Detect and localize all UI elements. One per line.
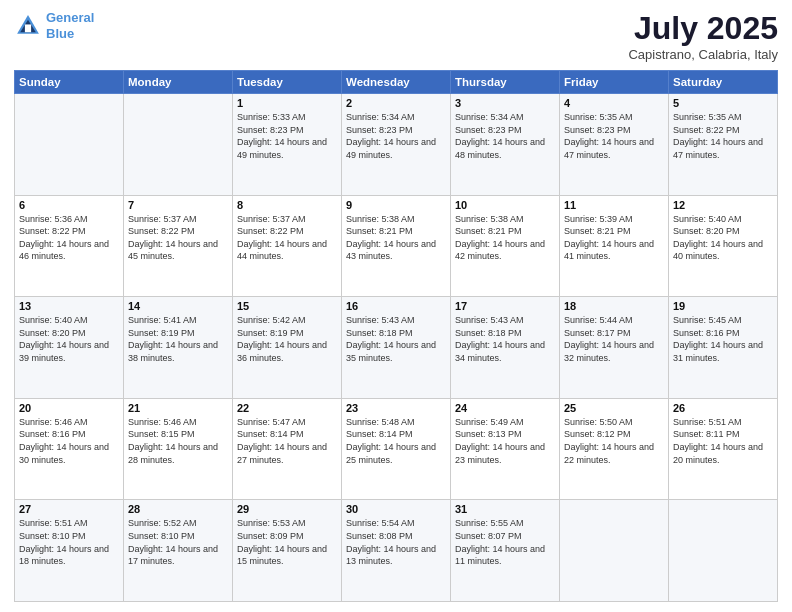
calendar-cell: 27Sunrise: 5:51 AMSunset: 8:10 PMDayligh… bbox=[15, 500, 124, 602]
cell-info: Sunrise: 5:51 AMSunset: 8:11 PMDaylight:… bbox=[673, 416, 773, 466]
cell-info: Sunrise: 5:39 AMSunset: 8:21 PMDaylight:… bbox=[564, 213, 664, 263]
cell-info: Sunrise: 5:55 AMSunset: 8:07 PMDaylight:… bbox=[455, 517, 555, 567]
calendar-cell: 21Sunrise: 5:46 AMSunset: 8:15 PMDayligh… bbox=[124, 398, 233, 500]
cell-info: Sunrise: 5:33 AMSunset: 8:23 PMDaylight:… bbox=[237, 111, 337, 161]
cell-info: Sunrise: 5:38 AMSunset: 8:21 PMDaylight:… bbox=[455, 213, 555, 263]
cell-info: Sunrise: 5:35 AMSunset: 8:22 PMDaylight:… bbox=[673, 111, 773, 161]
calendar-cell: 24Sunrise: 5:49 AMSunset: 8:13 PMDayligh… bbox=[451, 398, 560, 500]
cell-info: Sunrise: 5:45 AMSunset: 8:16 PMDaylight:… bbox=[673, 314, 773, 364]
cell-day-number: 21 bbox=[128, 402, 228, 414]
logo-general: General bbox=[46, 10, 94, 25]
cell-info: Sunrise: 5:37 AMSunset: 8:22 PMDaylight:… bbox=[128, 213, 228, 263]
calendar-cell bbox=[669, 500, 778, 602]
cell-info: Sunrise: 5:43 AMSunset: 8:18 PMDaylight:… bbox=[346, 314, 446, 364]
cell-info: Sunrise: 5:53 AMSunset: 8:09 PMDaylight:… bbox=[237, 517, 337, 567]
cell-day-number: 3 bbox=[455, 97, 555, 109]
cell-day-number: 11 bbox=[564, 199, 664, 211]
page: General Blue July 2025 Capistrano, Calab… bbox=[0, 0, 792, 612]
calendar-cell: 28Sunrise: 5:52 AMSunset: 8:10 PMDayligh… bbox=[124, 500, 233, 602]
cell-info: Sunrise: 5:41 AMSunset: 8:19 PMDaylight:… bbox=[128, 314, 228, 364]
cell-info: Sunrise: 5:43 AMSunset: 8:18 PMDaylight:… bbox=[455, 314, 555, 364]
weekday-header-cell: Saturday bbox=[669, 71, 778, 94]
calendar-cell: 3Sunrise: 5:34 AMSunset: 8:23 PMDaylight… bbox=[451, 94, 560, 196]
calendar-week-row: 13Sunrise: 5:40 AMSunset: 8:20 PMDayligh… bbox=[15, 297, 778, 399]
cell-day-number: 8 bbox=[237, 199, 337, 211]
cell-info: Sunrise: 5:37 AMSunset: 8:22 PMDaylight:… bbox=[237, 213, 337, 263]
cell-info: Sunrise: 5:35 AMSunset: 8:23 PMDaylight:… bbox=[564, 111, 664, 161]
cell-day-number: 13 bbox=[19, 300, 119, 312]
cell-info: Sunrise: 5:42 AMSunset: 8:19 PMDaylight:… bbox=[237, 314, 337, 364]
cell-day-number: 25 bbox=[564, 402, 664, 414]
cell-day-number: 9 bbox=[346, 199, 446, 211]
calendar-cell: 17Sunrise: 5:43 AMSunset: 8:18 PMDayligh… bbox=[451, 297, 560, 399]
calendar-cell bbox=[124, 94, 233, 196]
calendar-cell: 16Sunrise: 5:43 AMSunset: 8:18 PMDayligh… bbox=[342, 297, 451, 399]
calendar-cell: 29Sunrise: 5:53 AMSunset: 8:09 PMDayligh… bbox=[233, 500, 342, 602]
calendar-cell: 7Sunrise: 5:37 AMSunset: 8:22 PMDaylight… bbox=[124, 195, 233, 297]
cell-info: Sunrise: 5:49 AMSunset: 8:13 PMDaylight:… bbox=[455, 416, 555, 466]
calendar-cell: 14Sunrise: 5:41 AMSunset: 8:19 PMDayligh… bbox=[124, 297, 233, 399]
svg-rect-2 bbox=[25, 24, 31, 32]
cell-info: Sunrise: 5:47 AMSunset: 8:14 PMDaylight:… bbox=[237, 416, 337, 466]
cell-day-number: 19 bbox=[673, 300, 773, 312]
title-block: July 2025 Capistrano, Calabria, Italy bbox=[628, 10, 778, 62]
cell-info: Sunrise: 5:38 AMSunset: 8:21 PMDaylight:… bbox=[346, 213, 446, 263]
calendar-table: SundayMondayTuesdayWednesdayThursdayFrid… bbox=[14, 70, 778, 602]
calendar-cell bbox=[15, 94, 124, 196]
logo-icon bbox=[14, 12, 42, 40]
cell-info: Sunrise: 5:46 AMSunset: 8:15 PMDaylight:… bbox=[128, 416, 228, 466]
weekday-header-cell: Friday bbox=[560, 71, 669, 94]
cell-day-number: 2 bbox=[346, 97, 446, 109]
cell-info: Sunrise: 5:34 AMSunset: 8:23 PMDaylight:… bbox=[346, 111, 446, 161]
header: General Blue July 2025 Capistrano, Calab… bbox=[14, 10, 778, 62]
cell-day-number: 30 bbox=[346, 503, 446, 515]
cell-info: Sunrise: 5:46 AMSunset: 8:16 PMDaylight:… bbox=[19, 416, 119, 466]
calendar-cell: 8Sunrise: 5:37 AMSunset: 8:22 PMDaylight… bbox=[233, 195, 342, 297]
calendar-cell: 12Sunrise: 5:40 AMSunset: 8:20 PMDayligh… bbox=[669, 195, 778, 297]
cell-info: Sunrise: 5:48 AMSunset: 8:14 PMDaylight:… bbox=[346, 416, 446, 466]
cell-info: Sunrise: 5:34 AMSunset: 8:23 PMDaylight:… bbox=[455, 111, 555, 161]
calendar-cell: 10Sunrise: 5:38 AMSunset: 8:21 PMDayligh… bbox=[451, 195, 560, 297]
cell-info: Sunrise: 5:54 AMSunset: 8:08 PMDaylight:… bbox=[346, 517, 446, 567]
calendar-week-row: 27Sunrise: 5:51 AMSunset: 8:10 PMDayligh… bbox=[15, 500, 778, 602]
cell-info: Sunrise: 5:40 AMSunset: 8:20 PMDaylight:… bbox=[19, 314, 119, 364]
calendar-cell: 23Sunrise: 5:48 AMSunset: 8:14 PMDayligh… bbox=[342, 398, 451, 500]
cell-info: Sunrise: 5:40 AMSunset: 8:20 PMDaylight:… bbox=[673, 213, 773, 263]
calendar-week-row: 20Sunrise: 5:46 AMSunset: 8:16 PMDayligh… bbox=[15, 398, 778, 500]
calendar-cell: 5Sunrise: 5:35 AMSunset: 8:22 PMDaylight… bbox=[669, 94, 778, 196]
cell-day-number: 23 bbox=[346, 402, 446, 414]
cell-info: Sunrise: 5:52 AMSunset: 8:10 PMDaylight:… bbox=[128, 517, 228, 567]
calendar-cell: 25Sunrise: 5:50 AMSunset: 8:12 PMDayligh… bbox=[560, 398, 669, 500]
weekday-header-cell: Sunday bbox=[15, 71, 124, 94]
cell-day-number: 1 bbox=[237, 97, 337, 109]
cell-day-number: 14 bbox=[128, 300, 228, 312]
calendar-cell: 31Sunrise: 5:55 AMSunset: 8:07 PMDayligh… bbox=[451, 500, 560, 602]
cell-day-number: 28 bbox=[128, 503, 228, 515]
cell-day-number: 16 bbox=[346, 300, 446, 312]
cell-day-number: 26 bbox=[673, 402, 773, 414]
calendar-cell: 13Sunrise: 5:40 AMSunset: 8:20 PMDayligh… bbox=[15, 297, 124, 399]
calendar-cell: 1Sunrise: 5:33 AMSunset: 8:23 PMDaylight… bbox=[233, 94, 342, 196]
calendar-cell: 26Sunrise: 5:51 AMSunset: 8:11 PMDayligh… bbox=[669, 398, 778, 500]
calendar-body: 1Sunrise: 5:33 AMSunset: 8:23 PMDaylight… bbox=[15, 94, 778, 602]
cell-day-number: 31 bbox=[455, 503, 555, 515]
weekday-header-cell: Monday bbox=[124, 71, 233, 94]
calendar-cell: 11Sunrise: 5:39 AMSunset: 8:21 PMDayligh… bbox=[560, 195, 669, 297]
logo: General Blue bbox=[14, 10, 94, 41]
cell-day-number: 29 bbox=[237, 503, 337, 515]
calendar-cell: 30Sunrise: 5:54 AMSunset: 8:08 PMDayligh… bbox=[342, 500, 451, 602]
cell-day-number: 15 bbox=[237, 300, 337, 312]
cell-day-number: 6 bbox=[19, 199, 119, 211]
calendar-cell: 4Sunrise: 5:35 AMSunset: 8:23 PMDaylight… bbox=[560, 94, 669, 196]
cell-info: Sunrise: 5:44 AMSunset: 8:17 PMDaylight:… bbox=[564, 314, 664, 364]
cell-day-number: 7 bbox=[128, 199, 228, 211]
cell-day-number: 22 bbox=[237, 402, 337, 414]
cell-day-number: 10 bbox=[455, 199, 555, 211]
logo-blue: Blue bbox=[46, 26, 74, 41]
cell-day-number: 4 bbox=[564, 97, 664, 109]
main-title: July 2025 bbox=[628, 10, 778, 47]
cell-info: Sunrise: 5:51 AMSunset: 8:10 PMDaylight:… bbox=[19, 517, 119, 567]
calendar-cell: 18Sunrise: 5:44 AMSunset: 8:17 PMDayligh… bbox=[560, 297, 669, 399]
cell-info: Sunrise: 5:50 AMSunset: 8:12 PMDaylight:… bbox=[564, 416, 664, 466]
cell-day-number: 24 bbox=[455, 402, 555, 414]
